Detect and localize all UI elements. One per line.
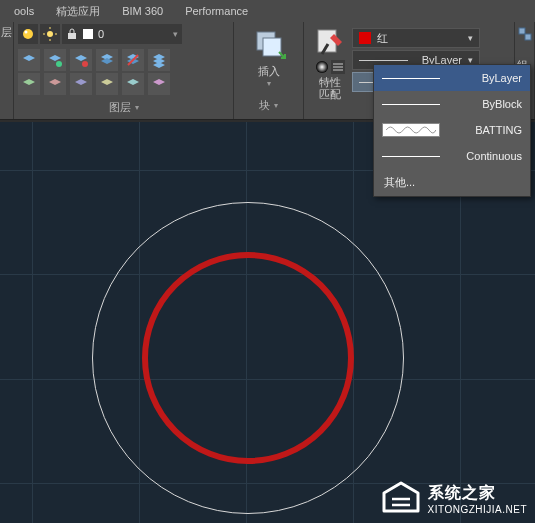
linetype-preview-icon bbox=[382, 97, 440, 111]
color-dropdown[interactable]: 红 ▾ bbox=[352, 28, 480, 48]
layer-tool-3-icon[interactable] bbox=[70, 49, 92, 71]
watermark: 系统之家 XITONGZHIJIA.NET bbox=[380, 481, 528, 517]
dropdown-arrow-icon: ▾ bbox=[173, 29, 178, 39]
lineweight-preview-icon bbox=[359, 60, 408, 61]
block-panel: 插入 ▾ 块 bbox=[234, 22, 304, 119]
svg-point-16 bbox=[316, 61, 328, 73]
layer-tool-11-icon[interactable] bbox=[122, 73, 144, 95]
layer-properties-icon[interactable] bbox=[18, 24, 38, 44]
layer-panel: 0 ▾ 图层 bbox=[14, 22, 234, 119]
linetype-option-label: Continuous bbox=[448, 150, 522, 162]
layer-tool-4-icon[interactable] bbox=[96, 49, 118, 71]
linetype-option-label: ByBlock bbox=[448, 98, 522, 110]
layer-tool-10-icon[interactable] bbox=[96, 73, 118, 95]
linetype-preview-icon bbox=[382, 71, 440, 85]
linetype-dropdown-menu: ByLayer ByBlock BATTING Continuous 其他... bbox=[373, 64, 531, 197]
match-properties-button[interactable] bbox=[314, 26, 346, 58]
svg-rect-22 bbox=[525, 34, 531, 40]
svg-rect-13 bbox=[263, 38, 281, 56]
linetype-preview-icon bbox=[382, 123, 440, 137]
svg-rect-7 bbox=[68, 33, 76, 39]
svg-point-0 bbox=[23, 29, 33, 39]
svg-point-1 bbox=[25, 31, 28, 34]
color-label: 红 bbox=[377, 31, 462, 46]
tab-featured-apps[interactable]: 精选应用 bbox=[46, 2, 110, 21]
linetype-option-other[interactable]: 其他... bbox=[374, 169, 530, 196]
block-panel-label: 块 bbox=[259, 98, 278, 115]
layer-tool-8-icon[interactable] bbox=[44, 73, 66, 95]
layer-sun-icon[interactable] bbox=[40, 24, 60, 44]
insert-block-button[interactable] bbox=[251, 26, 287, 62]
color-swatch-icon bbox=[359, 32, 371, 44]
dropdown-arrow-icon: ▾ bbox=[468, 33, 473, 43]
layer-dropdown[interactable]: 0 ▾ bbox=[62, 24, 182, 44]
tab-performance[interactable]: Performance bbox=[175, 3, 258, 19]
linetype-preview-icon bbox=[382, 149, 440, 163]
svg-point-10 bbox=[82, 61, 88, 67]
watermark-title: 系统之家 bbox=[428, 483, 528, 504]
insert-block-label: 插入 bbox=[258, 64, 280, 79]
watermark-logo-icon bbox=[380, 481, 422, 517]
red-circle-entity[interactable] bbox=[142, 252, 354, 464]
linetype-option-bylayer[interactable]: ByLayer bbox=[374, 65, 530, 91]
linetype-option-continuous[interactable]: Continuous bbox=[374, 143, 530, 169]
tab-bim360[interactable]: BIM 360 bbox=[112, 3, 173, 19]
current-layer-name: 0 bbox=[98, 28, 169, 40]
layer-tool-9-icon[interactable] bbox=[70, 73, 92, 95]
group-icon[interactable] bbox=[517, 26, 533, 42]
svg-point-2 bbox=[47, 31, 53, 37]
svg-point-9 bbox=[56, 61, 62, 67]
linetype-option-label: ByLayer bbox=[448, 72, 522, 84]
layer-tool-12-icon[interactable] bbox=[148, 73, 170, 95]
layer-tool-5-icon[interactable] bbox=[122, 49, 144, 71]
layer-tool-7-icon[interactable] bbox=[18, 73, 40, 95]
layer-tool-6-icon[interactable] bbox=[148, 49, 170, 71]
tab-tools[interactable]: ools bbox=[4, 3, 44, 19]
layer-tool-2-icon[interactable] bbox=[44, 49, 66, 71]
dropdown-arrow-icon: ▾ bbox=[267, 79, 271, 88]
linetype-option-batting[interactable]: BATTING bbox=[374, 117, 530, 143]
match-properties-label: 特性 匹配 bbox=[319, 76, 341, 100]
layer-tool-1-icon[interactable] bbox=[18, 49, 40, 71]
linetype-option-label: BATTING bbox=[448, 124, 522, 136]
watermark-url: XITONGZHIJIA.NET bbox=[428, 504, 528, 515]
svg-rect-21 bbox=[519, 28, 525, 34]
linetype-option-byblock[interactable]: ByBlock bbox=[374, 91, 530, 117]
ribbon-tab-bar: ools 精选应用 BIM 360 Performance bbox=[0, 0, 535, 22]
layer-panel-label: 图层 bbox=[18, 100, 229, 117]
color-wheel-icon[interactable] bbox=[315, 60, 329, 74]
edge-panel-left-label: 层 bbox=[1, 26, 12, 38]
svg-rect-8 bbox=[83, 29, 93, 39]
list-icon[interactable] bbox=[331, 60, 345, 74]
